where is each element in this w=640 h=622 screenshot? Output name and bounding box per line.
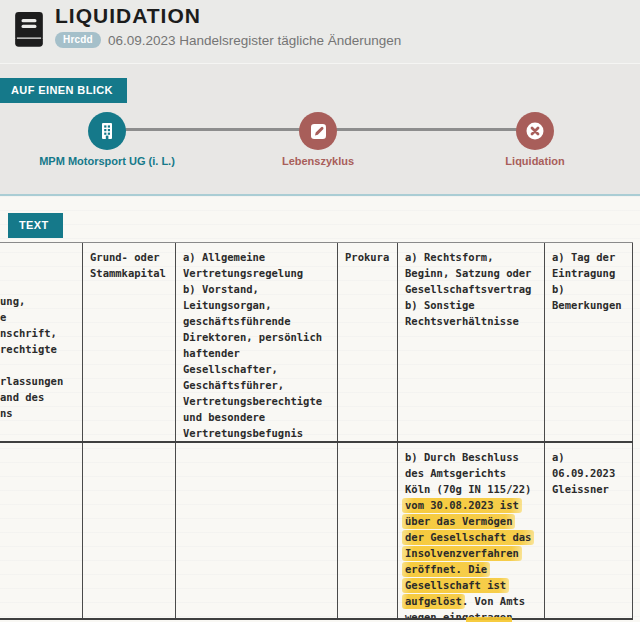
register-table: ung,enschrift,rechtigte rlassungenand de… (0, 242, 633, 620)
timeline-node-liquidation[interactable]: Liquidation (455, 112, 615, 167)
edit-icon (299, 112, 337, 150)
timeline-node-company[interactable]: MPM Motorsport UG (i. L.) (27, 112, 187, 167)
table-header-row: ung,enschrift,rechtigte rlassungenand de… (0, 243, 633, 443)
table-cell-stammkapital (83, 443, 176, 618)
highlight-smudge (466, 617, 512, 622)
table-cell-prokura (338, 443, 398, 618)
table-header-cell-firma-truncated: ung,enschrift,rechtigte rlassungenand de… (0, 243, 83, 441)
text-section: TEXT ung,enschrift,rechtigte rlassungena… (0, 196, 640, 622)
table-cell-rechtsform: b) Durch Beschlussdes AmtsgerichtsKöln (… (398, 443, 545, 618)
header-subrow: Hrcdd 06.09.2023 Handelsregister täglich… (55, 32, 401, 48)
register-type-badge: Hrcdd (55, 32, 101, 48)
table-cell-vertretung (176, 443, 338, 618)
timeline-label-company: MPM Motorsport UG (i. L.) (27, 155, 187, 167)
timeline-label-liquidation: Liquidation (455, 155, 615, 167)
table-header-cell-vertretung: a) AllgemeineVertretungsregelungb) Vorst… (176, 243, 338, 441)
table-cell-firma (0, 443, 83, 618)
page-header: LIQUIDATION Hrcdd 06.09.2023 Handelsregi… (0, 0, 640, 64)
overview-section-label: AUF EINEN BLICK (0, 78, 127, 103)
table-cell-eintragung: a)06.09.2023Gleissner (545, 443, 633, 618)
page: LIQUIDATION Hrcdd 06.09.2023 Handelsregi… (0, 0, 640, 622)
table-body-row: b) Durch Beschlussdes AmtsgerichtsKöln (… (0, 443, 633, 620)
book-icon (14, 12, 44, 48)
page-title: LIQUIDATION (55, 4, 201, 28)
x-circle-icon (516, 112, 554, 150)
table-header-cell-eintragung: a) Tag derEintragungb)Bemerkungen (545, 243, 633, 441)
text-section-label: TEXT (8, 213, 63, 238)
page-subtitle: 06.09.2023 Handelsregister tägliche Ände… (108, 33, 401, 48)
overview-section: AUF EINEN BLICK MPM Motorsport UG (i. L.… (0, 64, 640, 196)
table-header-cell-rechtsform: a) Rechtsform,Beginn, Satzung oderGesell… (398, 243, 545, 441)
table-header-cell-prokura: Prokura (338, 243, 398, 441)
building-icon (88, 112, 126, 150)
table-header-cell-stammkapital: Grund- oderStammkapital (83, 243, 176, 441)
timeline-label-lebenszyklus: Lebenszyklus (238, 155, 398, 167)
timeline-node-lebenszyklus[interactable]: Lebenszyklus (238, 112, 398, 167)
